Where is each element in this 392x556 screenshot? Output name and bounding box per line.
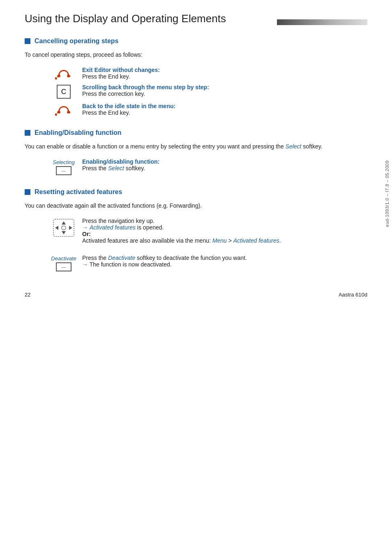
page-footer: 22 Aastra 610d: [25, 292, 367, 298]
activated-features-italic: Activated features: [90, 224, 136, 231]
svg-marker-5: [62, 221, 66, 225]
section-square-icon-2: [25, 130, 30, 136]
svg-marker-6: [62, 231, 66, 234]
arrow-separator: >: [227, 237, 233, 244]
activated-features-italic-2: Activated features: [233, 237, 279, 244]
table-row: Selecting — Enabling/disabling function:…: [49, 158, 367, 175]
footer-brand: Aastra 610d: [339, 292, 367, 298]
nav-key-icon: [49, 218, 78, 237]
activated-features-line: → Activated features is opened.: [82, 224, 164, 231]
footer-page-number: 22: [25, 292, 30, 298]
enabling-intro-text1: You can enable or disable a function or …: [25, 143, 286, 150]
section-enabling: Enabling/Disabling function You can enab…: [25, 129, 367, 179]
table-row: Press the navigation key up. → Activated…: [49, 218, 367, 244]
deactivate-softkey-icon: Deactivate —: [49, 255, 78, 271]
exit-editor-bold: Exit Editor without changes:: [82, 67, 367, 73]
section-resetting: Resetting activated features You can dea…: [25, 188, 367, 276]
svg-marker-8: [69, 226, 72, 230]
selecting-label: Selecting: [53, 159, 74, 165]
header-bar-decoration: [277, 19, 367, 25]
deactivate-softkey-btn[interactable]: —: [56, 262, 71, 271]
enabling-intro-select: Select: [286, 143, 302, 150]
section-square-icon-3: [25, 189, 30, 195]
enabling-intro: You can enable or disable a function or …: [25, 142, 367, 151]
svg-point-3: [67, 111, 70, 114]
svg-point-1: [67, 75, 70, 77]
section-square-icon: [25, 38, 30, 44]
phone-end-svg: [55, 67, 73, 80]
cancelling-intro: To cancel operating steps, proceed as fo…: [25, 51, 367, 59]
select-softkey-btn[interactable]: —: [56, 166, 71, 175]
phone-end-icon-1: [49, 67, 78, 80]
page-title: Using the Display and Operating Elements: [25, 12, 270, 25]
table-row: Exit Editor without changes: Press the E…: [49, 67, 367, 80]
section-heading-text-enabling: Enabling/Disabling function: [35, 129, 122, 137]
menu-italic: Menu: [212, 237, 227, 244]
function-deactivated-line: → The function is now deactivated.: [82, 261, 172, 268]
correction-key-desc: Scrolling back through the menu step by …: [78, 84, 367, 97]
table-row: Deactivate — Press the Deactivate softke…: [49, 255, 367, 271]
enabling-normal: Press the Select softkey.: [82, 165, 145, 171]
also-available-line: Activated features are also available vi…: [82, 237, 281, 244]
enabling-bold: Enabling/disabling function:: [82, 158, 367, 165]
page: Using the Display and Operating Elements…: [0, 0, 392, 309]
c-key-box: C: [57, 85, 71, 99]
deactivate-softkey-group: Deactivate —: [51, 255, 76, 271]
page-header: Using the Display and Operating Elements: [25, 12, 367, 25]
exit-editor-desc: Exit Editor without changes: Press the E…: [78, 67, 367, 80]
nav-key-desc: Press the navigation key up. → Activated…: [78, 218, 367, 244]
or-text: Or:: [82, 231, 91, 237]
idle-state-bold: Back to the idle state in the menu:: [82, 103, 367, 109]
section-heading-resetting: Resetting activated features: [25, 188, 367, 196]
svg-marker-7: [55, 226, 58, 230]
table-row: Back to the idle state in the menu: Pres…: [49, 103, 367, 116]
resetting-icon-table: Press the navigation key up. → Activated…: [49, 218, 367, 276]
resetting-intro: You can deactivate again all the activat…: [25, 202, 367, 210]
nav-press-text: Press the navigation key up.: [82, 218, 154, 224]
section-heading-text-resetting: Resetting activated features: [35, 188, 122, 196]
section-heading-enabling: Enabling/Disabling function: [25, 129, 367, 137]
section-heading-cancelling: Cancelling operating steps: [25, 37, 367, 45]
nav-key-svg: [53, 218, 75, 237]
section-cancelling: Cancelling operating steps To cancel ope…: [25, 37, 367, 120]
select-italic: Select: [108, 165, 124, 171]
phone-end-icon-2: [49, 103, 78, 116]
cancelling-icon-table: Exit Editor without changes: Press the E…: [49, 67, 367, 120]
enabling-icon-table: Selecting — Enabling/disabling function:…: [49, 158, 367, 179]
scrolling-back-bold: Scrolling back through the menu step by …: [82, 84, 367, 90]
period: .: [279, 237, 281, 244]
correction-key-icon: C: [49, 84, 78, 99]
softkey-dash-2: —: [61, 264, 66, 269]
enabling-desc: Enabling/disabling function: Press the S…: [78, 158, 367, 171]
arrow-icon-2: →: [82, 261, 90, 268]
selecting-softkey-group: Selecting —: [53, 159, 74, 175]
arrow-icon: →: [82, 224, 90, 231]
deactivate-italic: Deactivate: [108, 255, 135, 261]
svg-point-9: [62, 226, 66, 230]
scrolling-back-normal: Press the correction key.: [82, 90, 145, 97]
softkey-dash: —: [61, 168, 66, 173]
idle-state-normal: Press the End key.: [82, 109, 130, 116]
idle-state-desc: Back to the idle state in the menu: Pres…: [78, 103, 367, 116]
svg-point-2: [57, 111, 60, 114]
exit-editor-normal: Press the End key.: [82, 73, 130, 80]
enabling-intro-text2: softkey.: [301, 143, 322, 150]
svg-point-0: [57, 75, 60, 77]
table-row: C Scrolling back through the menu step b…: [49, 84, 367, 99]
deactivate-desc: Press the Deactivate softkey to deactiva…: [78, 255, 367, 268]
section-heading-text-cancelling: Cancelling operating steps: [35, 37, 118, 45]
phone-end-svg-2: [55, 104, 73, 116]
function-deactivated-text: The function is now deactivated.: [90, 261, 172, 268]
side-text: eud-1093/1.0 – I7.8 – 05.2009: [385, 160, 390, 227]
deactivate-label: Deactivate: [51, 255, 76, 262]
selecting-softkey-icon: Selecting —: [49, 158, 78, 175]
is-opened-text: is opened.: [136, 224, 164, 231]
deactivate-press-text: Press the Deactivate softkey to deactiva…: [82, 255, 247, 261]
